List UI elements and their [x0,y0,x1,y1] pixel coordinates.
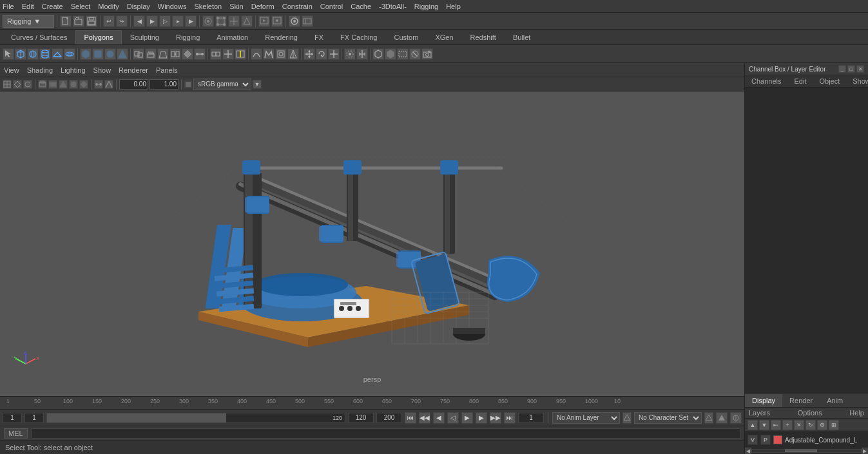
vp-icon-8[interactable] [79,80,88,89]
cylinder-icon[interactable] [39,48,51,60]
menu-display[interactable]: Display [127,3,150,10]
tab-bullet[interactable]: Bullet [505,30,539,44]
char-set-icon[interactable] [704,412,713,424]
timeline-row[interactable]: 1 50 100 150 200 250 300 350 400 450 500… [0,396,744,409]
menu-file[interactable]: File [3,3,14,10]
camera-icon[interactable] [421,48,433,60]
tab-fx[interactable]: FX [306,30,332,44]
layer-row[interactable]: V P Adjustable_Compound_L [746,433,867,446]
loop-icon[interactable] [210,48,222,60]
playback-prev-key-icon[interactable]: ◀◀ [419,412,430,424]
tool-icon-1[interactable]: ◀ [133,15,145,27]
merge-icon[interactable] [194,48,206,60]
poly-icon-2[interactable] [92,48,104,60]
select-icon[interactable] [3,48,14,60]
view-menu[interactable]: View [4,66,19,74]
menu-rigging[interactable]: Rigging [414,3,438,10]
tool-icon-3[interactable]: ▷ [159,15,171,27]
tab-polygons[interactable]: Polygons [75,30,121,44]
value-input-2[interactable] [149,79,178,90]
render-icon[interactable] [258,15,270,27]
bevel-icon[interactable] [157,48,169,60]
anim-layer-select[interactable]: No Anim Layer [552,412,620,424]
vp-icon-3[interactable] [23,80,32,89]
tool-icon-4[interactable]: ▸ [172,15,184,27]
snap-icon-1[interactable] [202,15,214,27]
vp-icon-4[interactable] [38,80,47,89]
tab-rendering[interactable]: Rendering [256,30,306,44]
menu-skeleton[interactable]: Skeleton [194,3,222,10]
bridge-icon[interactable] [169,48,181,60]
insert-edgeloop-icon[interactable] [235,48,246,60]
layer-add-icon[interactable]: + [782,420,793,430]
vp-icon-7[interactable] [69,80,78,89]
layer-skip-icon[interactable]: ⇤ [771,420,781,430]
right-tab-object[interactable]: Object [813,75,846,87]
fill-icon[interactable] [182,48,193,60]
plane-icon[interactable] [52,48,63,60]
layer-tab-render[interactable]: Render [782,394,820,407]
auto-key-icon[interactable] [716,412,728,424]
playback-play-back-icon[interactable]: ◁ [447,412,459,424]
tab-sculpting[interactable]: Sculpting [122,30,168,44]
playback-play-icon[interactable]: ▶ [461,412,473,424]
tab-redshift[interactable]: Redshift [462,30,505,44]
soft-select-icon[interactable] [344,48,356,60]
xray-icon[interactable] [397,48,409,60]
menu-constrain[interactable]: Constrain [282,3,313,10]
rotate-icon[interactable] [316,48,327,60]
menu-edit[interactable]: Edit [22,3,34,10]
menu-modify[interactable]: Modify [98,3,119,10]
vp-icon-9[interactable] [94,80,103,89]
shading-menu[interactable]: Shading [27,66,53,74]
vp-icon-1[interactable] [3,80,12,89]
panel-maximize-icon[interactable]: □ [847,65,855,73]
undo-icon[interactable]: ↩ [103,15,115,27]
playback-start-icon[interactable]: ⏮ [405,412,416,424]
menu-3dtoall[interactable]: -3DtoAll- [379,3,407,10]
anim-layer-icon[interactable] [622,412,632,424]
layer-delete-icon[interactable]: ✕ [794,420,804,430]
move-icon[interactable] [304,48,315,60]
isolate-icon[interactable] [409,48,421,60]
scroll-left-icon[interactable]: ◀ [745,448,751,454]
tab-curves-surfaces[interactable]: Curves / Surfaces [3,30,75,44]
char-set-select[interactable]: No Character Set [634,412,702,424]
renderer-menu[interactable]: Renderer [119,66,148,74]
tab-animation[interactable]: Animation [208,30,256,44]
lighting-menu[interactable]: Lighting [61,66,86,74]
tab-rigging[interactable]: Rigging [168,30,208,44]
scroll-right-icon[interactable]: ▶ [862,448,868,454]
value-input-1[interactable] [119,79,148,90]
render-settings-icon[interactable] [271,15,283,27]
viewport-3d[interactable]: persp X Y Z [0,91,744,396]
rigging-dropdown[interactable]: Rigging ▼ [3,15,54,28]
deform-icon-4[interactable] [287,48,299,60]
redo-icon[interactable]: ↪ [116,15,128,27]
tool-icon-5[interactable]: ▶ [185,15,197,27]
layer-playback-btn[interactable]: P [760,435,771,445]
menu-cache[interactable]: Cache [351,3,371,10]
tab-xgen[interactable]: XGen [427,30,461,44]
tool-icon-2[interactable]: ▶ [146,15,158,27]
layer-visibility-btn[interactable]: V [747,435,758,445]
layer-refresh-icon[interactable]: ↻ [805,420,816,430]
poly-icon-1[interactable] [80,48,92,60]
deform-icon-1[interactable] [251,48,262,60]
wireframe-icon[interactable] [372,48,384,60]
vp-icon-6[interactable] [59,80,68,89]
menu-control[interactable]: Control [320,3,343,10]
time-range-bar[interactable]: 120 [46,413,345,423]
scroll-thumb[interactable] [785,449,818,452]
anim-end-input[interactable] [348,413,374,423]
layer-expand-icon[interactable]: ⊞ [829,420,839,430]
menu-help[interactable]: Help [446,3,461,10]
snap-icon-4[interactable] [241,15,253,27]
mel-input[interactable] [32,428,740,439]
layer-settings-icon[interactable]: ⚙ [817,420,827,430]
combine-icon[interactable] [133,48,144,60]
max-frame-input[interactable] [376,413,402,423]
extrude-icon[interactable] [145,48,157,60]
frame-current-input[interactable] [24,413,44,423]
deform-icon-2[interactable] [263,48,275,60]
